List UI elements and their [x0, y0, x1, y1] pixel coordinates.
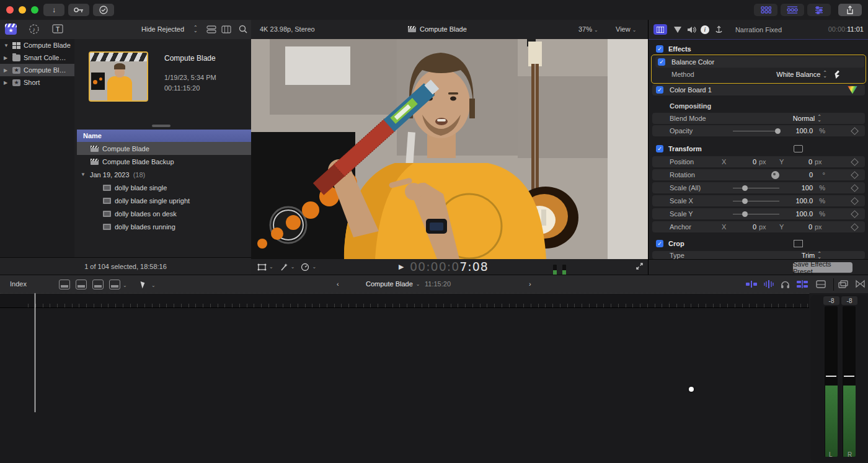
- overwrite-edit-button[interactable]: [109, 280, 120, 289]
- background-tasks-button[interactable]: [93, 4, 114, 16]
- edit-tools-chevron-icon[interactable]: ⌄: [123, 283, 127, 288]
- insert-edit-button[interactable]: [76, 280, 87, 289]
- rotation-value[interactable]: 0: [809, 171, 813, 179]
- list-item-row[interactable]: Compute Blade Backup: [77, 155, 251, 168]
- scale-y-knob[interactable]: [742, 211, 748, 217]
- media-clapperboard-icon[interactable]: ★: [5, 24, 17, 35]
- selected-clip-thumbnail[interactable]: [89, 51, 148, 102]
- list-group-row[interactable]: ▼Jan 19, 2023(18): [77, 168, 251, 181]
- sidebar-item-smart-colle[interactable]: ▶Smart Colle…: [0, 51, 74, 64]
- filter-dropdown[interactable]: Hide Rejected: [141, 25, 184, 33]
- keyword-editor-button[interactable]: [68, 4, 89, 16]
- scale-all-keyframe-diamond[interactable]: [851, 184, 859, 192]
- scale-x-slider[interactable]: [733, 201, 779, 201]
- zoom-level-dropdown[interactable]: 37% ⌄: [578, 25, 598, 33]
- disclosure-open-icon[interactable]: ▼: [81, 172, 86, 177]
- video-canvas[interactable]: [251, 39, 648, 259]
- tool-chevron-icon[interactable]: ⌄: [151, 283, 156, 288]
- info-inspector-tab[interactable]: i: [699, 24, 711, 35]
- next-project-button[interactable]: ›: [529, 280, 531, 288]
- search-button[interactable]: [239, 25, 248, 35]
- disclosure-closed-icon[interactable]: ▶: [4, 80, 9, 86]
- save-effects-preset-button[interactable]: Save Effects Preset: [793, 262, 852, 273]
- zoom-button[interactable]: [31, 6, 38, 14]
- inspector-toggle-button[interactable]: [807, 4, 831, 16]
- fullscreen-button[interactable]: [636, 262, 644, 271]
- transition-bowtie-icon[interactable]: [856, 280, 865, 290]
- color-board-row[interactable]: Color Board 1: [652, 84, 865, 95]
- effects-checkbox[interactable]: [656, 45, 663, 53]
- list-item-row[interactable]: Compute Blade: [77, 142, 251, 155]
- scale-x-keyframe-diamond[interactable]: [851, 197, 859, 205]
- rotation-dial[interactable]: [771, 171, 779, 179]
- scale-x-value[interactable]: 100.0: [795, 197, 813, 205]
- titles-browser-icon[interactable]: T: [52, 24, 64, 35]
- clip-appearance-button[interactable]: [816, 280, 826, 289]
- play-button[interactable]: ▶: [399, 263, 404, 271]
- share-button[interactable]: [838, 4, 862, 16]
- anchor-keyframe-diamond[interactable]: [851, 223, 859, 231]
- sidebar-item-short[interactable]: ▶Short: [0, 76, 74, 89]
- sidebar-item-compute-blade[interactable]: ▼Compute Blade: [0, 39, 74, 51]
- color-inspector-tab[interactable]: [672, 24, 683, 35]
- list-item-row[interactable]: dolly blades running: [77, 220, 251, 233]
- list-item-row[interactable]: dolly blade single upright: [77, 194, 251, 207]
- timeline-ruler[interactable]: [0, 293, 809, 308]
- previous-project-button[interactable]: ‹: [337, 280, 339, 288]
- minimize-button[interactable]: [19, 6, 26, 14]
- position-keyframe-diamond[interactable]: [851, 158, 859, 166]
- list-item-row[interactable]: dolly blade single: [77, 181, 251, 194]
- browser-toggle-button[interactable]: [754, 4, 777, 16]
- blend-mode-popup[interactable]: Normal ⌃⌄: [793, 115, 822, 122]
- sidebar-item-compute-bl[interactable]: ▶Compute Bl…: [0, 64, 74, 76]
- anchor-x-value[interactable]: 0: [732, 223, 756, 231]
- project-title-dropdown[interactable]: Compute Blade ⌄: [366, 280, 420, 288]
- skimmer-cursor-dot[interactable]: [689, 387, 694, 392]
- position-y-value[interactable]: 0: [787, 158, 812, 165]
- clip-appearance-button[interactable]: [206, 25, 216, 35]
- view-dropdown[interactable]: View ⌄: [616, 25, 636, 33]
- retime-dropdown[interactable]: ⌄: [301, 263, 316, 271]
- balance-color-checkbox[interactable]: [658, 58, 665, 66]
- transform-checkbox[interactable]: [656, 145, 663, 152]
- crop-checkbox[interactable]: [656, 240, 663, 247]
- scale-all-slider[interactable]: [733, 188, 779, 188]
- close-button[interactable]: [6, 6, 14, 14]
- scale-all-value[interactable]: 100: [802, 184, 813, 192]
- scale-y-value[interactable]: 100.0: [795, 210, 813, 218]
- transform-tools-dropdown[interactable]: ⌄: [257, 263, 273, 271]
- filmstrip-view-button[interactable]: [221, 25, 231, 35]
- disclosure-closed-icon[interactable]: ▶: [4, 55, 9, 61]
- opacity-slider-knob[interactable]: [775, 128, 781, 134]
- color-board-icon[interactable]: [848, 86, 857, 94]
- mini-audio-meter-left[interactable]: [553, 265, 557, 275]
- anchor-y-value[interactable]: 0: [787, 223, 812, 231]
- list-header-name[interactable]: Name: [77, 130, 251, 142]
- solo-toggle[interactable]: [781, 280, 790, 289]
- snapping-toggle[interactable]: [797, 280, 808, 289]
- crop-onscreen-icon[interactable]: [794, 240, 803, 247]
- method-popup[interactable]: White Balance ⌃⌄: [776, 71, 827, 78]
- color-board-checkbox[interactable]: [656, 86, 663, 94]
- share-inspector-tab[interactable]: [713, 24, 724, 35]
- opacity-slider[interactable]: [733, 131, 779, 131]
- position-x-value[interactable]: 0: [732, 158, 756, 165]
- timeline-toggle-button[interactable]: [781, 4, 804, 16]
- opacity-keyframe-diamond[interactable]: [851, 127, 859, 135]
- audio-inspector-tab[interactable]: [686, 24, 697, 35]
- list-item-row[interactable]: dolly blades on desk: [77, 207, 251, 220]
- import-media-button[interactable]: ↓: [43, 4, 64, 16]
- index-button[interactable]: Index: [10, 280, 27, 288]
- show-viewers-button[interactable]: [838, 280, 848, 289]
- disclosure-open-icon[interactable]: ▼: [4, 43, 9, 48]
- scale-x-knob[interactable]: [742, 198, 748, 204]
- scale-y-keyframe-diamond[interactable]: [851, 210, 859, 218]
- balance-color-row[interactable]: Balance Color: [655, 56, 864, 68]
- opacity-value[interactable]: 100.0: [795, 127, 813, 134]
- mini-audio-meter-right[interactable]: [562, 265, 566, 275]
- scale-y-slider[interactable]: [733, 214, 779, 214]
- enhancements-dropdown[interactable]: ⌄: [280, 263, 295, 271]
- transform-onscreen-icon[interactable]: [794, 145, 803, 152]
- append-edit-button[interactable]: [92, 280, 104, 289]
- disclosure-closed-icon[interactable]: ▶: [4, 68, 9, 73]
